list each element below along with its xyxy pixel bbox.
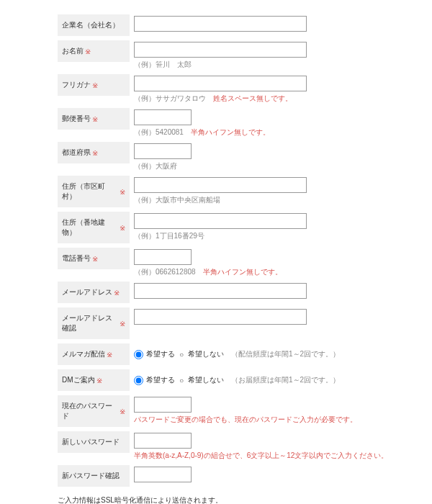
row-mailmag: メルマガ配信※ 希望する ○ 希望しない （配信頻度は年間1～2回です。） <box>58 343 389 365</box>
dm-note: （お届頻度は年間1～2回です。） <box>231 375 340 385</box>
label-mailmag: メルマガ配信※ <box>58 343 130 365</box>
mailmag-note: （配信頻度は年間1～2回です。） <box>231 349 340 359</box>
hint-furigana: （例）ササガワタロウ 姓名スペース無しです。 <box>134 94 389 104</box>
current-pw-input[interactable] <box>134 397 192 413</box>
hint-name: （例）笹川 太郎 <box>134 60 389 70</box>
row-postal: 郵便番号※ （例）5420081 半角ハイフン無しです。 <box>58 108 389 138</box>
phone-input[interactable] <box>134 249 192 265</box>
email-confirm-input[interactable] <box>134 309 307 325</box>
label-address2: 住所（番地建物）※ <box>58 212 130 243</box>
label-company: 企業名（会社名） <box>58 14 130 36</box>
row-company: 企業名（会社名） <box>58 14 389 36</box>
hint-phone: （例）0662612808 半角ハイフン無しです。 <box>134 267 389 277</box>
label-prefecture: 都道府県※ <box>58 142 130 163</box>
furigana-input[interactable] <box>134 76 307 91</box>
hint-address2: （例）1丁目16番29号 <box>134 231 389 241</box>
row-furigana: フリガナ※ （例）ササガワタロウ 姓名スペース無しです。 <box>58 74 389 104</box>
ssl-note: ご入力情報はSSL暗号化通信により送信されます。 <box>58 495 389 504</box>
hint-current-pw: パスワードご変更の場合でも、現在のパスワードご入力が必要です。 <box>134 415 389 425</box>
label-email-confirm: メールアドレス確認※ <box>58 307 130 339</box>
hint-postal: （例）5420081 半角ハイフン無しです。 <box>134 127 389 138</box>
address2-input[interactable] <box>134 213 307 229</box>
prefecture-input[interactable] <box>134 143 192 159</box>
label-name: お名前※ <box>58 40 130 62</box>
name-input[interactable] <box>134 42 307 58</box>
row-prefecture: 都道府県※ （例）大阪府 <box>58 142 389 171</box>
row-dm: DMご案内※ 希望する ○ 希望しない （お届頻度は年間1～2回です。） <box>58 369 389 391</box>
row-email: メールアドレス※ <box>58 282 389 303</box>
new-pw-input[interactable] <box>134 433 192 449</box>
company-input[interactable] <box>134 16 307 32</box>
email-input[interactable] <box>134 283 307 299</box>
label-current-pw: 現在のパスワード※ <box>58 395 130 427</box>
dm-yes-radio[interactable] <box>134 376 143 385</box>
new-pw-confirm-input[interactable] <box>134 467 192 482</box>
label-address1: 住所（市区町村）※ <box>58 176 130 207</box>
row-current-pw: 現在のパスワード※ パスワードご変更の場合でも、現在のパスワードご入力が必要です… <box>58 395 389 427</box>
label-furigana: フリガナ※ <box>58 74 130 96</box>
row-email-confirm: メールアドレス確認※ <box>58 307 389 339</box>
mailmag-no-label: 希望しない <box>188 349 224 359</box>
label-phone: 電話番号※ <box>58 248 130 269</box>
label-new-pw-confirm: 新パスワード確認 <box>58 465 130 487</box>
hint-new-pw: 半角英数(a-z,A-Z,0-9)の組合せで、6文字以上～12文字以内でご入力く… <box>134 451 389 461</box>
row-phone: 電話番号※ （例）0662612808 半角ハイフン無しです。 <box>58 248 389 277</box>
row-new-pw: 新しいパスワード 半角英数(a-z,A-Z,0-9)の組合せで、6文字以上～12… <box>58 431 389 461</box>
form-container: 企業名（会社名） お名前※ （例）笹川 太郎 フリガナ※ （例）ササガワタロウ … <box>0 0 432 504</box>
row-name: お名前※ （例）笹川 太郎 <box>58 40 389 70</box>
row-address1: 住所（市区町村）※ （例）大阪市中央区南船場 <box>58 176 389 207</box>
label-new-pw: 新しいパスワード <box>58 431 130 453</box>
dm-no-label: 希望しない <box>188 375 224 385</box>
dm-yes-label: 希望する <box>146 375 175 385</box>
label-dm: DMご案内※ <box>58 369 130 391</box>
mailmag-yes-radio[interactable] <box>134 350 143 359</box>
label-postal: 郵便番号※ <box>58 108 130 130</box>
row-address2: 住所（番地建物）※ （例）1丁目16番29号 <box>58 212 389 243</box>
hint-address1: （例）大阪市中央区南船場 <box>134 195 389 205</box>
postal-input[interactable] <box>134 109 192 125</box>
address1-input[interactable] <box>134 177 307 193</box>
row-new-pw-confirm: 新パスワード確認 <box>58 465 389 487</box>
label-email: メールアドレス※ <box>58 282 130 303</box>
mailmag-yes-label: 希望する <box>146 349 175 359</box>
hint-prefecture: （例）大阪府 <box>134 161 389 171</box>
